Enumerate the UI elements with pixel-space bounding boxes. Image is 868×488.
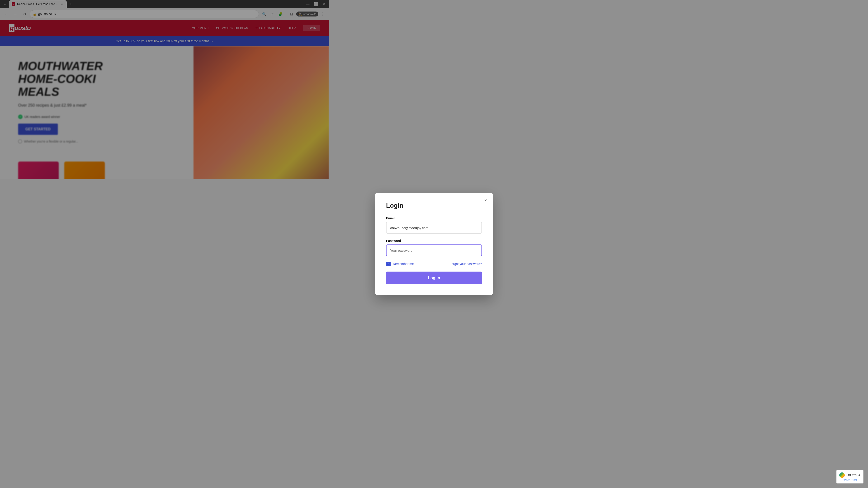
modal-overlay: × Login Email Password ✓ Remember me For… [0, 0, 329, 188]
